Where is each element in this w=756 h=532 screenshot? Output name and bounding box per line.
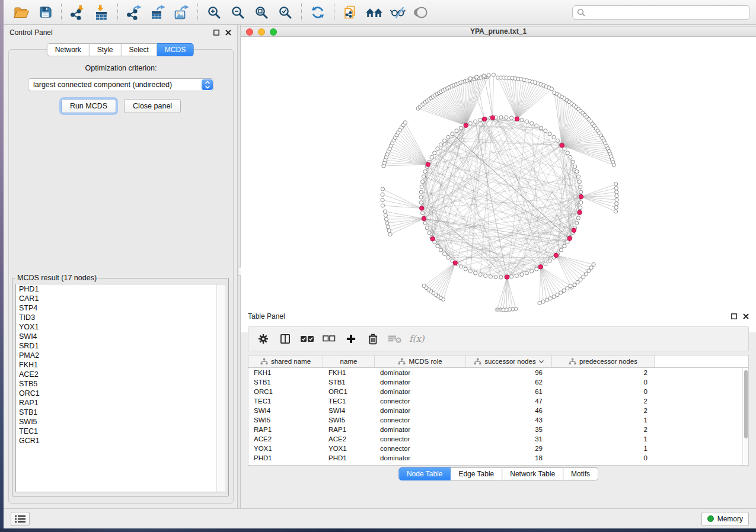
table-panel: Table Panel <box>241 309 756 483</box>
table-scrollbar-thumb[interactable] <box>744 370 748 438</box>
mcds-result-item[interactable]: FKH1 <box>16 360 225 370</box>
memory-status-icon <box>707 515 714 522</box>
network-canvas-svg <box>241 37 756 332</box>
tab-node-table[interactable]: Node Table <box>398 467 451 480</box>
criterion-select[interactable]: largest connected component (undirected) <box>28 78 214 91</box>
close-panel-icon[interactable] <box>225 30 231 36</box>
tab-select[interactable]: Select <box>122 43 157 56</box>
import-network-icon[interactable] <box>66 2 90 23</box>
network-canvas[interactable] <box>241 37 756 332</box>
mcds-result-item[interactable]: STB1 <box>16 408 225 417</box>
zoom-in-icon[interactable] <box>202 2 226 23</box>
mcds-result-item[interactable]: STP4 <box>16 303 225 313</box>
select-all-icon[interactable] <box>296 329 318 349</box>
search-field[interactable] <box>572 5 750 20</box>
table-row[interactable]: SWI5SWI5connector431 <box>248 415 742 425</box>
zoom-fit-icon[interactable] <box>250 2 273 23</box>
table-row[interactable]: RAP1RAP1dominator352 <box>248 425 742 434</box>
float-panel-icon[interactable] <box>213 30 219 36</box>
table-scrollbar[interactable] <box>742 368 748 465</box>
mcds-result-item[interactable]: CAR1 <box>16 294 225 303</box>
hide-graphics-details-icon[interactable] <box>386 2 410 23</box>
show-columns-icon[interactable] <box>274 329 296 349</box>
maximize-window-icon[interactable] <box>270 28 277 36</box>
table-panel-resize-handle[interactable] <box>495 309 502 312</box>
column-header-mcds-role[interactable]: MCDS role <box>375 355 466 367</box>
deselect-all-icon[interactable] <box>318 329 340 349</box>
export-image-icon[interactable] <box>170 2 193 23</box>
mcds-result-item[interactable]: ACE2 <box>16 370 225 379</box>
mcds-result-item[interactable]: PMA2 <box>16 351 225 360</box>
table-row[interactable]: ACE2ACE2connector311 <box>248 434 742 444</box>
optimization-criterion-label: Optimization criterion: <box>9 64 233 72</box>
table-row[interactable]: ORC1ORC1dominator610 <box>248 387 742 396</box>
mcds-result-item[interactable]: PHD1 <box>16 284 225 294</box>
mcds-result-item[interactable]: GCR1 <box>16 436 225 446</box>
node-table: shared name name MCDS role successor nod… <box>248 355 749 466</box>
tab-network-table[interactable]: Network Table <box>502 467 563 480</box>
tab-motifs[interactable]: Motifs <box>563 467 598 480</box>
table-row[interactable]: FKH1FKH1dominator962 <box>248 368 742 377</box>
search-input[interactable] <box>588 8 745 17</box>
export-network-icon[interactable] <box>122 2 146 23</box>
show-graphics-details-icon[interactable] <box>410 2 433 23</box>
node-table-body: FKH1FKH1dominator962STB1STB1dominator620… <box>248 368 742 465</box>
mcds-result-item[interactable]: STB5 <box>16 379 225 389</box>
table-panel-title: Table Panel <box>248 312 285 321</box>
close-panel-button[interactable]: Close panel <box>124 99 181 113</box>
zoom-selected-icon[interactable] <box>273 2 297 23</box>
table-panel-tabs: Node Table Edge Table Network Table Moti… <box>398 467 598 480</box>
tab-edge-table[interactable]: Edge Table <box>451 467 502 480</box>
select-stepper-icon <box>202 79 213 90</box>
mcds-result-item[interactable]: YOX1 <box>16 322 225 332</box>
run-mcds-button[interactable]: Run MCDS <box>61 99 116 113</box>
table-settings-icon[interactable] <box>252 329 274 349</box>
node-table-header: shared name name MCDS role successor nod… <box>248 355 748 368</box>
tab-mcds[interactable]: MCDS <box>157 43 194 56</box>
control-panel-tabs: Network Style Select MCDS <box>47 43 194 56</box>
mcds-result-list[interactable]: PHD1CAR1STP4TID3YOX1SWI4SRD1PMA2FKH1ACE2… <box>15 284 225 492</box>
column-header-name[interactable]: name <box>323 355 375 367</box>
mcds-result-item[interactable]: TID3 <box>16 313 225 322</box>
zoom-out-icon[interactable] <box>226 2 250 23</box>
close-window-icon[interactable] <box>246 28 253 36</box>
table-row[interactable]: YOX1YOX1connector291 <box>248 444 742 453</box>
close-panel-icon[interactable] <box>743 313 749 319</box>
toolbar-separator <box>301 4 302 21</box>
task-history-button[interactable] <box>11 512 30 526</box>
mcds-result-title: MCDS result (17 nodes) <box>15 274 98 282</box>
delete-icon[interactable] <box>362 329 384 349</box>
column-header-shared-name[interactable]: shared name <box>248 355 323 367</box>
toolbar-separator <box>334 4 334 21</box>
refresh-layout-icon[interactable] <box>306 2 330 23</box>
network-window-titlebar[interactable]: YPA_prune.txt_1 <box>241 26 756 37</box>
mcds-list-scrollbar[interactable] <box>216 284 225 492</box>
table-row[interactable]: PHD1PHD1dominator180 <box>248 453 742 463</box>
export-table-icon[interactable] <box>146 2 170 23</box>
list-icon <box>15 515 25 523</box>
table-row[interactable]: SWI4SWI4dominator462 <box>248 406 742 415</box>
mcds-result-item[interactable]: SWI5 <box>16 417 225 427</box>
mcds-result-item[interactable]: TEC1 <box>16 427 225 436</box>
browse-home-icon[interactable] <box>362 2 386 23</box>
mcds-result-item[interactable]: SRD1 <box>16 341 225 351</box>
memory-button[interactable]: Memory <box>701 512 749 526</box>
table-row[interactable]: STB1STB1dominator620 <box>248 377 742 387</box>
mcds-result-item[interactable]: SWI4 <box>16 332 225 341</box>
save-session-icon[interactable] <box>33 2 57 23</box>
network-snapshot-icon[interactable] <box>339 2 362 23</box>
column-header-predecessor-nodes[interactable]: predecessor nodes <box>552 355 655 367</box>
toolbar-separator <box>197 4 198 21</box>
table-toolbar: f(x) <box>248 326 749 351</box>
float-panel-icon[interactable] <box>731 313 737 319</box>
mcds-result-item[interactable]: RAP1 <box>16 398 225 408</box>
table-row[interactable]: TEC1TEC1connector472 <box>248 396 742 406</box>
minimize-window-icon[interactable] <box>258 28 265 36</box>
tab-network[interactable]: Network <box>47 43 90 56</box>
mcds-result-item[interactable]: ORC1 <box>16 389 225 398</box>
tab-style[interactable]: Style <box>90 43 122 56</box>
open-session-icon[interactable] <box>9 2 33 23</box>
import-table-icon[interactable] <box>90 2 113 23</box>
add-column-icon[interactable] <box>340 329 362 349</box>
column-header-successor-nodes[interactable]: successor nodes <box>466 355 552 367</box>
